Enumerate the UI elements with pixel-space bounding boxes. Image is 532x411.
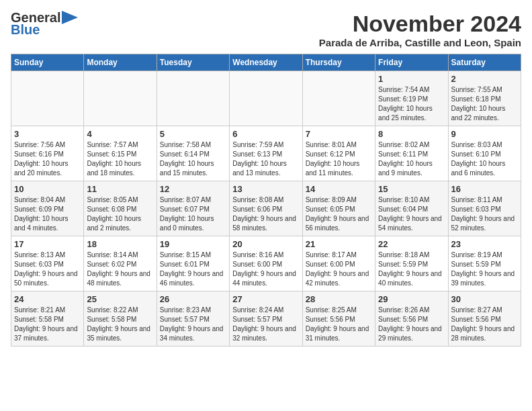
day-info: Sunrise: 8:08 AM Sunset: 6:06 PM Dayligh… xyxy=(232,195,299,233)
day-info: Sunrise: 7:57 AM Sunset: 6:15 PM Dayligh… xyxy=(87,140,153,178)
day-number: 22 xyxy=(378,239,445,249)
day-number: 9 xyxy=(451,129,518,139)
calendar-week-2: 3Sunrise: 7:56 AM Sunset: 6:16 PM Daylig… xyxy=(11,126,521,181)
calendar-cell: 24Sunrise: 8:21 AM Sunset: 5:58 PM Dayli… xyxy=(11,291,84,347)
day-number: 21 xyxy=(306,239,372,249)
day-number: 16 xyxy=(451,184,518,194)
calendar-cell: 8Sunrise: 8:02 AM Sunset: 6:11 PM Daylig… xyxy=(375,126,448,181)
calendar-cell: 12Sunrise: 8:07 AM Sunset: 6:07 PM Dayli… xyxy=(157,181,229,236)
day-number: 30 xyxy=(451,294,518,304)
weekday-header-friday: Friday xyxy=(375,54,448,71)
calendar-cell: 26Sunrise: 8:23 AM Sunset: 5:57 PM Dayli… xyxy=(157,291,229,347)
day-info: Sunrise: 7:54 AM Sunset: 6:19 PM Dayligh… xyxy=(378,85,445,123)
calendar-cell: 19Sunrise: 8:15 AM Sunset: 6:01 PM Dayli… xyxy=(157,236,229,291)
weekday-header-tuesday: Tuesday xyxy=(157,54,229,71)
calendar-cell: 22Sunrise: 8:18 AM Sunset: 5:59 PM Dayli… xyxy=(375,236,448,291)
day-number: 13 xyxy=(232,184,299,194)
day-number: 1 xyxy=(378,74,445,84)
calendar-week-1: 1Sunrise: 7:54 AM Sunset: 6:19 PM Daylig… xyxy=(11,71,521,126)
calendar-cell: 20Sunrise: 8:16 AM Sunset: 6:00 PM Dayli… xyxy=(230,236,302,291)
calendar-cell xyxy=(230,71,302,126)
weekday-header-wednesday: Wednesday xyxy=(230,54,302,71)
day-info: Sunrise: 8:11 AM Sunset: 6:03 PM Dayligh… xyxy=(451,195,518,233)
day-info: Sunrise: 7:56 AM Sunset: 6:16 PM Dayligh… xyxy=(14,140,81,178)
day-info: Sunrise: 8:14 AM Sunset: 6:02 PM Dayligh… xyxy=(87,250,153,288)
calendar-week-4: 17Sunrise: 8:13 AM Sunset: 6:03 PM Dayli… xyxy=(11,236,521,291)
day-info: Sunrise: 8:03 AM Sunset: 6:10 PM Dayligh… xyxy=(451,140,518,178)
calendar-cell xyxy=(157,71,229,126)
page-header: General Blue November 2024 Parada de Arr… xyxy=(11,11,521,48)
day-info: Sunrise: 8:17 AM Sunset: 6:00 PM Dayligh… xyxy=(306,250,372,288)
day-number: 8 xyxy=(378,129,445,139)
day-info: Sunrise: 8:23 AM Sunset: 5:57 PM Dayligh… xyxy=(160,306,226,343)
calendar-cell: 11Sunrise: 8:05 AM Sunset: 6:08 PM Dayli… xyxy=(84,181,157,236)
weekday-header-monday: Monday xyxy=(84,54,157,71)
calendar-cell: 10Sunrise: 8:04 AM Sunset: 6:09 PM Dayli… xyxy=(11,181,84,236)
calendar-week-3: 10Sunrise: 8:04 AM Sunset: 6:09 PM Dayli… xyxy=(11,181,521,236)
day-number: 11 xyxy=(87,184,153,194)
day-info: Sunrise: 7:59 AM Sunset: 6:13 PM Dayligh… xyxy=(232,140,299,178)
day-info: Sunrise: 8:04 AM Sunset: 6:09 PM Dayligh… xyxy=(14,195,81,233)
day-number: 24 xyxy=(14,294,81,304)
calendar-cell: 1Sunrise: 7:54 AM Sunset: 6:19 PM Daylig… xyxy=(375,71,448,126)
calendar-cell: 6Sunrise: 7:59 AM Sunset: 6:13 PM Daylig… xyxy=(230,126,302,181)
weekday-header-thursday: Thursday xyxy=(302,54,375,71)
calendar-cell xyxy=(11,71,84,126)
day-number: 17 xyxy=(14,239,81,249)
calendar-cell: 3Sunrise: 7:56 AM Sunset: 6:16 PM Daylig… xyxy=(11,126,84,181)
day-info: Sunrise: 7:55 AM Sunset: 6:18 PM Dayligh… xyxy=(451,85,518,123)
day-info: Sunrise: 8:19 AM Sunset: 5:59 PM Dayligh… xyxy=(451,250,518,288)
weekday-header-saturday: Saturday xyxy=(448,54,521,71)
logo: General Blue xyxy=(11,11,78,36)
calendar-cell: 21Sunrise: 8:17 AM Sunset: 6:00 PM Dayli… xyxy=(302,236,375,291)
day-info: Sunrise: 8:07 AM Sunset: 6:07 PM Dayligh… xyxy=(160,195,226,233)
weekday-header-sunday: Sunday xyxy=(11,54,84,71)
day-info: Sunrise: 8:02 AM Sunset: 6:11 PM Dayligh… xyxy=(378,140,445,178)
day-info: Sunrise: 8:26 AM Sunset: 5:56 PM Dayligh… xyxy=(378,306,445,343)
logo-arrow-icon xyxy=(62,11,78,24)
day-info: Sunrise: 7:58 AM Sunset: 6:14 PM Dayligh… xyxy=(160,140,226,178)
calendar-cell: 16Sunrise: 8:11 AM Sunset: 6:03 PM Dayli… xyxy=(448,181,521,236)
day-info: Sunrise: 8:25 AM Sunset: 5:56 PM Dayligh… xyxy=(306,306,372,343)
day-number: 14 xyxy=(306,184,372,194)
day-number: 4 xyxy=(87,129,153,139)
calendar-cell: 30Sunrise: 8:27 AM Sunset: 5:56 PM Dayli… xyxy=(448,291,521,347)
day-info: Sunrise: 8:10 AM Sunset: 6:04 PM Dayligh… xyxy=(378,195,445,233)
day-info: Sunrise: 8:24 AM Sunset: 5:57 PM Dayligh… xyxy=(232,306,299,343)
calendar-cell: 5Sunrise: 7:58 AM Sunset: 6:14 PM Daylig… xyxy=(157,126,229,181)
calendar-cell xyxy=(302,71,375,126)
calendar-cell: 23Sunrise: 8:19 AM Sunset: 5:59 PM Dayli… xyxy=(448,236,521,291)
calendar-body: 1Sunrise: 7:54 AM Sunset: 6:19 PM Daylig… xyxy=(11,71,521,347)
day-number: 29 xyxy=(378,294,445,304)
day-info: Sunrise: 8:21 AM Sunset: 5:58 PM Dayligh… xyxy=(14,306,81,343)
day-number: 18 xyxy=(87,239,153,249)
day-info: Sunrise: 8:05 AM Sunset: 6:08 PM Dayligh… xyxy=(87,195,153,233)
calendar-table: SundayMondayTuesdayWednesdayThursdayFrid… xyxy=(11,54,521,347)
calendar-cell: 17Sunrise: 8:13 AM Sunset: 6:03 PM Dayli… xyxy=(11,236,84,291)
day-number: 10 xyxy=(14,184,81,194)
calendar-cell: 25Sunrise: 8:22 AM Sunset: 5:58 PM Dayli… xyxy=(84,291,157,347)
day-info: Sunrise: 8:09 AM Sunset: 6:05 PM Dayligh… xyxy=(306,195,372,233)
day-info: Sunrise: 8:15 AM Sunset: 6:01 PM Dayligh… xyxy=(160,250,226,288)
day-number: 23 xyxy=(451,239,518,249)
day-number: 5 xyxy=(160,129,226,139)
day-number: 28 xyxy=(306,294,372,304)
calendar-header: SundayMondayTuesdayWednesdayThursdayFrid… xyxy=(11,54,521,71)
day-number: 15 xyxy=(378,184,445,194)
logo-text-blue: Blue xyxy=(11,23,40,36)
day-info: Sunrise: 8:13 AM Sunset: 6:03 PM Dayligh… xyxy=(14,250,81,288)
calendar-cell: 15Sunrise: 8:10 AM Sunset: 6:04 PM Dayli… xyxy=(375,181,448,236)
calendar-cell xyxy=(84,71,157,126)
calendar-cell: 2Sunrise: 7:55 AM Sunset: 6:18 PM Daylig… xyxy=(448,71,521,126)
day-info: Sunrise: 8:27 AM Sunset: 5:56 PM Dayligh… xyxy=(451,306,518,343)
calendar-cell: 13Sunrise: 8:08 AM Sunset: 6:06 PM Dayli… xyxy=(230,181,302,236)
title-area: November 2024 Parada de Arriba, Castille… xyxy=(319,11,521,48)
day-number: 7 xyxy=(306,129,372,139)
day-number: 19 xyxy=(160,239,226,249)
calendar-cell: 28Sunrise: 8:25 AM Sunset: 5:56 PM Dayli… xyxy=(302,291,375,347)
day-number: 6 xyxy=(232,129,299,139)
calendar-cell: 14Sunrise: 8:09 AM Sunset: 6:05 PM Dayli… xyxy=(302,181,375,236)
svg-marker-0 xyxy=(62,11,78,24)
calendar-cell: 7Sunrise: 8:01 AM Sunset: 6:12 PM Daylig… xyxy=(302,126,375,181)
day-info: Sunrise: 8:01 AM Sunset: 6:12 PM Dayligh… xyxy=(306,140,372,178)
